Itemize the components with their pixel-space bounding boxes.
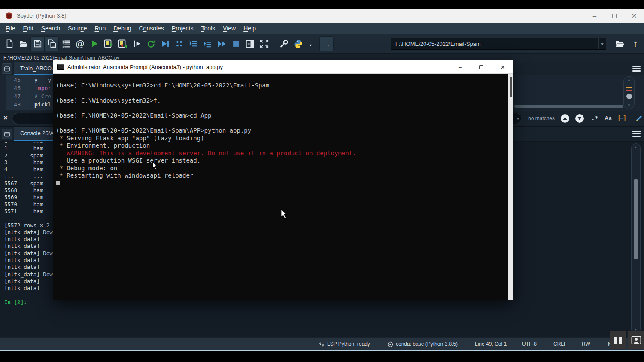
regex-icon[interactable]: .* <box>591 115 598 121</box>
restart-kernel-icon[interactable] <box>144 36 158 51</box>
permissions-status: RW <box>582 341 590 347</box>
browse-consoles-icon[interactable] <box>2 129 12 139</box>
open-file-icon[interactable] <box>16 36 30 51</box>
toolbar-separator <box>274 39 274 49</box>
terminal-line: (base) F:\HOME\20-05-2022\Email-Spam\APP… <box>56 127 505 135</box>
editor-vertical-scrollbar[interactable]: ▲ ▼ <box>623 76 635 109</box>
conda-icon <box>387 341 393 347</box>
statusbar: LSP Python: ready conda: base (Python 3.… <box>0 338 644 350</box>
browse-tabs-icon[interactable] <box>2 63 12 74</box>
continue-icon[interactable] <box>215 36 229 51</box>
terminal-body[interactable]: (base) C:\Windows\system32>cd F:\HOME\20… <box>53 74 513 300</box>
terminal-line: * Debug mode: on <box>56 165 505 172</box>
restore-icon[interactable] <box>605 9 624 23</box>
window-bottom-edge <box>0 350 644 351</box>
stop-icon[interactable] <box>229 36 243 51</box>
anaconda-prompt-window[interactable]: Administrator: Anaconda Prompt (Anaconda… <box>53 60 513 300</box>
minimize-icon[interactable]: − <box>449 60 471 74</box>
terminal-scroll-thumb[interactable] <box>510 77 512 97</box>
run-cell-icon[interactable] <box>101 36 115 51</box>
debug-cell-icon[interactable] <box>172 36 186 51</box>
save-all-icon[interactable] <box>45 36 59 51</box>
highlight-matches-icon[interactable] <box>635 114 643 124</box>
menu-item-search[interactable]: Search <box>37 23 64 34</box>
terminal-line: * Restarting with windowsapi reloader <box>56 172 505 180</box>
console-scroll-thumb[interactable] <box>634 179 638 259</box>
chevron-down-icon[interactable]: ▾ <box>598 38 606 49</box>
encoding-status: UTF-8 <box>522 341 537 347</box>
terminal-titlebar[interactable]: Administrator: Anaconda Prompt (Anaconda… <box>53 60 513 74</box>
new-file-icon[interactable] <box>2 36 16 51</box>
search-history-chevron-icon[interactable]: ▾ <box>514 113 522 124</box>
next-match-icon[interactable] <box>575 114 584 123</box>
forward-icon[interactable]: → <box>319 36 334 51</box>
step-over-icon[interactable] <box>186 36 200 51</box>
menu-item-file[interactable]: File <box>2 23 19 34</box>
scroll-up-icon[interactable]: ▲ <box>624 78 634 82</box>
editor-horizontal-scrollbar[interactable] <box>514 105 623 108</box>
terminal-cursor <box>56 181 60 185</box>
console-options-menu-icon[interactable] <box>632 131 641 137</box>
close-find-icon[interactable]: × <box>3 114 8 122</box>
run-selection-icon[interactable] <box>130 36 144 51</box>
working-directory-value: F:\HOME\20-05-2022\Email-Spam <box>391 41 598 47</box>
terminal-line <box>56 105 505 112</box>
mouse-cursor <box>280 208 289 220</box>
window-title: Spyder (Python 3.8) <box>17 12 67 19</box>
menu-item-debug[interactable]: Debug <box>109 23 135 34</box>
debug-file-icon[interactable] <box>158 36 172 51</box>
preferences-wrench-icon[interactable] <box>277 36 291 51</box>
menu-item-help[interactable]: Help <box>240 23 260 34</box>
python-path-icon[interactable] <box>291 36 305 51</box>
pause-recording-icon[interactable] <box>610 331 626 349</box>
symbol-list-icon[interactable] <box>59 36 73 51</box>
step-into-icon[interactable] <box>200 36 215 51</box>
cursor-position: Line 49, Col 1 <box>475 341 507 347</box>
working-directory-combobox[interactable]: F:\HOME\20-05-2022\Email-Spam ▾ <box>391 38 606 50</box>
code-line: impor <box>34 84 51 92</box>
menu-item-source[interactable]: Source <box>64 23 91 34</box>
menu-item-projects[interactable]: Projects <box>168 23 197 34</box>
run-icon[interactable] <box>87 36 101 51</box>
terminal-line: (base) C:\Windows\system32>cd F:\HOME\20… <box>56 82 505 90</box>
terminal-title: Administrator: Anaconda Prompt (Anaconda… <box>67 64 223 70</box>
rerun-cell-icon[interactable] <box>115 36 130 51</box>
back-icon[interactable]: ← <box>305 36 319 51</box>
console-window-icon <box>57 64 64 70</box>
terminal-output: (base) C:\Windows\system32>cd F:\HOME\20… <box>53 74 513 180</box>
minimize-icon[interactable]: – <box>585 9 605 23</box>
maximize-pane-icon[interactable] <box>257 36 271 51</box>
menu-item-tools[interactable]: Tools <box>197 23 219 34</box>
main-toolbar: @ <box>0 34 644 54</box>
menu-item-run[interactable]: Run <box>91 23 109 34</box>
menu-item-edit[interactable]: Edit <box>19 23 37 34</box>
at-symbol-icon[interactable]: @ <box>73 36 87 51</box>
error-marker <box>626 90 632 91</box>
editor-code[interactable]: y = yimpor# Crepickl <box>34 75 51 109</box>
terminal-line: * Environment: production <box>56 142 505 150</box>
code-line: y = y <box>34 76 51 84</box>
close-icon[interactable]: ✕ <box>624 9 644 23</box>
maximize-icon[interactable] <box>471 60 492 74</box>
terminal-scrollbar[interactable] <box>508 74 513 300</box>
whole-words-icon[interactable]: [–] <box>618 115 626 121</box>
recorder-overlay <box>610 331 644 349</box>
scroll-up-icon[interactable]: ▲ <box>632 145 640 149</box>
editor-options-menu-icon[interactable] <box>632 66 641 72</box>
menu-item-view[interactable]: View <box>219 23 240 34</box>
webcam-toggle-icon[interactable] <box>628 331 644 349</box>
match-case-icon[interactable]: Aa <box>605 115 612 121</box>
spyder-titlebar: Spyder (Python 3.8) – ✕ <box>0 9 644 23</box>
menu-item-consoles[interactable]: Consoles <box>135 23 167 34</box>
close-icon[interactable]: ✕ <box>492 60 513 74</box>
previous-match-icon[interactable] <box>561 114 569 123</box>
open-dir-icon[interactable] <box>613 36 627 51</box>
editor-scroll-thumb[interactable] <box>626 94 632 99</box>
terminal-line: (base) F:\HOME\20-05-2022\Email-Spam>cd … <box>56 112 505 120</box>
scroll-down-icon[interactable]: ▼ <box>624 103 634 107</box>
panes-icon[interactable] <box>243 36 257 51</box>
save-icon[interactable] <box>30 36 45 51</box>
screen: Spyder (Python 3.8) – ✕ FileEditSearchSo… <box>0 0 644 362</box>
up-dir-icon[interactable]: ↑ <box>629 36 642 51</box>
console-vertical-scrollbar[interactable]: ▲ ▼ <box>631 143 641 334</box>
